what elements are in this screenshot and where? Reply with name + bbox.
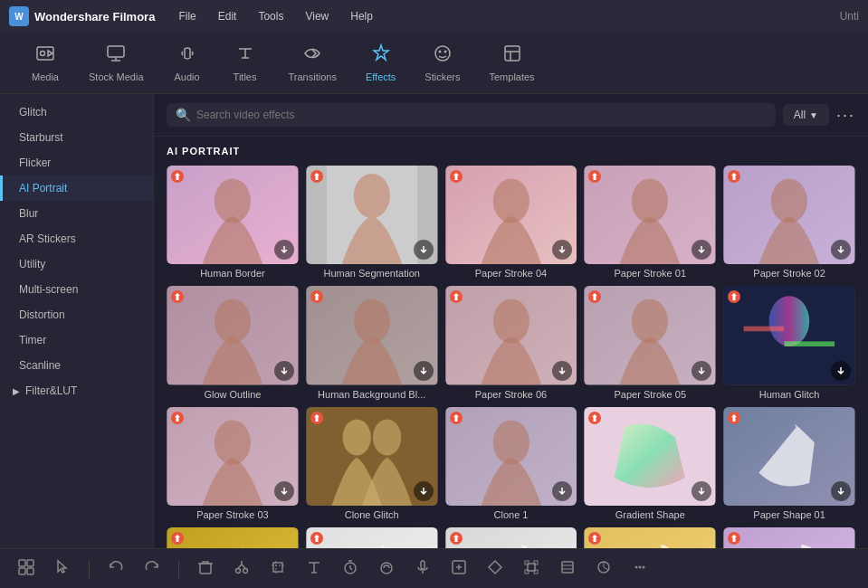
section-title: AI PORTRAIT [167, 146, 855, 156]
sidebar-item-multi-screen[interactable]: Multi-screen [0, 277, 153, 302]
select-tool[interactable] [13, 555, 40, 583]
download-icon[interactable] [274, 240, 294, 260]
cut-tool[interactable] [228, 555, 255, 583]
audio-tool[interactable] [409, 555, 436, 583]
stabilize-tool[interactable] [554, 555, 581, 583]
download-icon[interactable] [274, 361, 294, 381]
sidebar-item-ai-portrait[interactable]: AI Portrait [0, 175, 153, 201]
motion-tool[interactable] [482, 555, 509, 583]
effect-name: Human Background Bl... [306, 389, 438, 400]
download-icon[interactable] [414, 240, 434, 260]
effect-thumb-gradient-shape [584, 407, 716, 506]
svg-marker-13 [314, 173, 320, 180]
effect-card-paper-shape-05[interactable]: Paper Shape 05 [306, 527, 438, 548]
effect-card-paper-stroke-05[interactable]: Paper Stroke 05 [584, 286, 716, 399]
download-icon[interactable] [414, 361, 434, 381]
more-tools-button[interactable] [626, 555, 653, 583]
download-icon[interactable] [831, 361, 851, 381]
svg-rect-68 [200, 564, 211, 574]
redo-button[interactable] [138, 555, 166, 583]
svg-rect-62 [724, 527, 855, 548]
effect-name: Human Glitch [723, 389, 855, 400]
effect-card-paper-stroke-02[interactable]: Paper Stroke 02 [723, 166, 855, 279]
svg-rect-74 [421, 561, 424, 569]
toolbar: Media Stock Media Audio Titles [0, 33, 868, 94]
more-options-button[interactable]: ··· [836, 106, 855, 125]
svg-point-84 [635, 565, 638, 568]
menu-file[interactable]: File [169, 6, 205, 26]
sidebar-item-filter-lut[interactable]: ▶ Filter&LUT [0, 378, 153, 403]
effect-card-paper-shape-04[interactable]: Paper Shape 04 [445, 527, 577, 548]
toolbar-effects[interactable]: Effects [353, 38, 408, 88]
svg-marker-63 [731, 535, 737, 542]
sidebar-item-timer[interactable]: Timer [0, 327, 153, 353]
sidebar-item-distortion[interactable]: Distortion [0, 302, 153, 327]
download-icon[interactable] [274, 481, 294, 501]
effect-card-clone-1[interactable]: Clone 1 [445, 407, 577, 520]
effect-card-human-glitch[interactable]: Human Glitch [723, 286, 855, 399]
media-icon [35, 43, 55, 68]
text-tool[interactable] [300, 555, 328, 583]
effect-card-paper-shape-01[interactable]: Paper Shape 01 [723, 407, 855, 520]
toolbar-transitions[interactable]: Transitions [276, 38, 349, 88]
effect-card-gradient-shape[interactable]: Gradient Shape [584, 407, 716, 520]
undo-button[interactable] [102, 555, 129, 583]
effect-card-paper-stroke-06[interactable]: Paper Stroke 06 [445, 286, 577, 399]
zoom-tool[interactable] [445, 555, 472, 583]
sidebar-item-flicker[interactable]: Flicker [0, 150, 153, 175]
download-icon[interactable] [831, 481, 851, 501]
sidebar-item-scanline[interactable]: Scanline [0, 353, 153, 378]
sidebar-item-ar-stickers[interactable]: AR Stickers [0, 226, 153, 251]
color-tool[interactable] [590, 555, 617, 583]
timer-tool[interactable] [337, 555, 364, 583]
svg-marker-34 [592, 293, 597, 300]
effect-card-human-bg-blur[interactable]: Human Background Bl... [306, 286, 438, 399]
svg-point-44 [342, 419, 370, 455]
app-name: Wondershare Filmora [34, 10, 155, 24]
effect-thumb-paper-stroke-05 [584, 286, 716, 384]
download-icon[interactable] [414, 481, 434, 501]
audio-label: Audio [174, 71, 199, 82]
sidebar-item-utility[interactable]: Utility [0, 251, 153, 277]
transform-tool[interactable] [518, 555, 545, 583]
effect-card-clone-glitch[interactable]: Clone Glitch [306, 407, 438, 520]
effect-name: Paper Stroke 01 [584, 268, 716, 279]
delete-tool[interactable] [192, 555, 219, 583]
audio-icon [177, 43, 197, 68]
effect-card-human-segmentation[interactable]: Human Segmentation [306, 166, 438, 279]
premium-badge [450, 532, 463, 545]
toolbar-stock-media[interactable]: Stock Media [76, 38, 157, 88]
effect-card-paper-stroke-01[interactable]: Paper Stroke 01 [584, 166, 716, 279]
pointer-tool[interactable] [49, 555, 76, 583]
toolbar-templates[interactable]: Templates [476, 38, 547, 88]
sidebar-item-starburst[interactable]: Starburst [0, 125, 153, 150]
menu-tools[interactable]: Tools [249, 6, 292, 26]
effect-card-paper-shape-02[interactable]: Paper Shape 02 [584, 527, 716, 548]
svg-marker-39 [731, 293, 737, 300]
divider-2 [178, 560, 179, 578]
menu-help[interactable]: Help [341, 6, 382, 26]
effect-card-paper-shape-06[interactable]: Paper Shape 06 [167, 527, 299, 548]
toolbar-media[interactable]: Media [18, 38, 72, 88]
effect-card-glow-outline[interactable]: Glow Outline [167, 286, 299, 399]
toolbar-titles[interactable]: Titles [218, 38, 272, 88]
sidebar-item-blur[interactable]: Blur [0, 201, 153, 226]
search-input[interactable] [196, 109, 767, 121]
speed-tool[interactable] [373, 555, 400, 583]
effect-card-paper-stroke-03[interactable]: Paper Stroke 03 [167, 407, 299, 520]
menu-view[interactable]: View [296, 6, 338, 26]
toolbar-stickers[interactable]: Stickers [412, 38, 472, 88]
sidebar-item-glitch[interactable]: Glitch [0, 100, 153, 125]
effect-thumb-paper-stroke-03 [167, 407, 299, 506]
effect-card-human-border[interactable]: Human Border [167, 166, 299, 279]
crop-tool[interactable] [264, 555, 291, 583]
effect-card-paper-shape-07[interactable]: Paper Shape 07 [723, 527, 855, 548]
svg-point-1 [41, 52, 45, 56]
download-icon[interactable] [692, 361, 711, 381]
templates-label: Templates [489, 71, 534, 82]
effect-card-paper-stroke-04[interactable]: Paper Stroke 04 [445, 166, 577, 279]
download-icon[interactable] [552, 361, 572, 381]
filter-button[interactable]: All ▼ [783, 104, 829, 126]
toolbar-audio[interactable]: Audio [160, 38, 215, 88]
menu-edit[interactable]: Edit [209, 6, 246, 26]
